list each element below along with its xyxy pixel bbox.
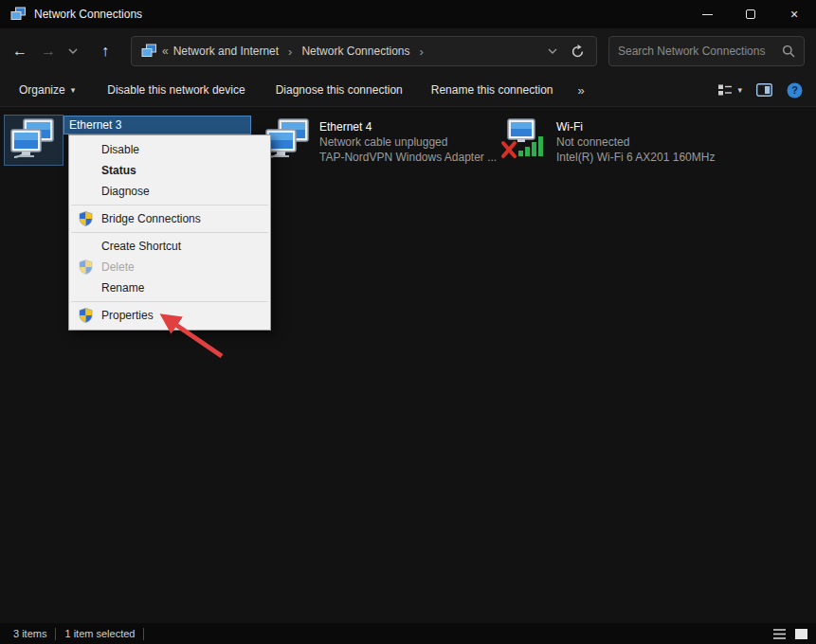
preview-pane-button[interactable]: [756, 83, 772, 97]
uac-shield-icon: [69, 211, 101, 226]
menu-item-create-shortcut[interactable]: Create Shortcut: [69, 236, 270, 257]
help-icon: ?: [787, 82, 803, 98]
connection-device: TAP-NordVPN Windows Adapter ...: [319, 150, 497, 165]
details-view-icon: [772, 628, 787, 640]
breadcrumb-network-and-internet[interactable]: Network and Internet: [170, 45, 282, 58]
diagnose-connection-button[interactable]: Diagnose this connection: [276, 83, 403, 97]
breadcrumb-network-connections[interactable]: Network Connections: [298, 45, 413, 58]
forward-button[interactable]: →: [34, 37, 63, 65]
organize-button[interactable]: Organize ▾: [19, 83, 75, 97]
rename-connection-button[interactable]: Rename this connection: [431, 83, 553, 97]
address-bar[interactable]: « Network and Internet › Network Connect…: [131, 36, 597, 66]
breadcrumb-collapse[interactable]: «: [162, 45, 170, 58]
location-icon: [141, 44, 156, 59]
breadcrumb-chevron-icon[interactable]: ›: [282, 45, 298, 59]
network-adapter-icon: [9, 118, 58, 160]
maximize-icon: [746, 9, 755, 19]
view-mode-icon: [717, 83, 733, 97]
menu-item-delete: Delete: [69, 257, 270, 277]
large-icons-view-button[interactable]: [794, 628, 808, 640]
connection-status: Not connected: [556, 134, 715, 150]
search-input[interactable]: [618, 45, 782, 58]
context-menu: Disable Status Diagnose: [68, 134, 271, 331]
menu-separator: [71, 232, 268, 233]
back-button[interactable]: ←: [6, 37, 34, 65]
menu-separator: [71, 205, 268, 206]
status-divider: [55, 628, 56, 640]
uac-shield-icon: [69, 259, 101, 275]
organize-label: Organize: [19, 83, 65, 97]
disable-device-button[interactable]: Disable this network device: [107, 83, 245, 97]
selection-count: 1 item selected: [64, 628, 135, 639]
connection-ethernet3[interactable]: [9, 118, 58, 160]
up-button[interactable]: ↑: [91, 37, 119, 65]
recent-locations-dropdown[interactable]: [63, 37, 83, 65]
help-button[interactable]: ?: [787, 82, 803, 98]
menu-item-disable[interactable]: Disable: [69, 139, 270, 160]
refresh-icon: [571, 45, 585, 59]
close-icon: ×: [790, 8, 798, 21]
wifi-disconnected-icon: [500, 118, 550, 165]
window-title: Network Connections: [34, 8, 142, 21]
toolbar-overflow-button[interactable]: »: [577, 83, 584, 98]
connection-ethernet3-label[interactable]: Ethernet 3: [63, 116, 251, 134]
chevron-down-icon: [548, 48, 557, 54]
connections-list: Ethernet 3 Ethernet 4 Network: [0, 107, 816, 623]
connection-name: Ethernet 3: [64, 117, 121, 133]
menu-item-diagnose[interactable]: Diagnose: [69, 181, 270, 202]
uac-shield-icon: [69, 308, 101, 323]
menu-item-properties[interactable]: Properties: [69, 305, 270, 326]
chevron-down-icon: ▾: [737, 85, 742, 95]
caption-buttons: ×: [685, 0, 816, 28]
svg-text:?: ?: [791, 84, 798, 96]
menu-item-bridge-connections[interactable]: Bridge Connections: [69, 208, 270, 229]
search-icon[interactable]: [782, 45, 795, 58]
toolbar-right-group: ▾ ?: [717, 82, 803, 98]
status-divider: [143, 628, 144, 640]
menu-separator: [71, 301, 268, 302]
connection-name: Ethernet 4: [319, 119, 497, 134]
preview-pane-icon: [756, 83, 772, 97]
connection-name: Wi-Fi: [556, 119, 715, 134]
menu-item-status[interactable]: Status: [69, 160, 270, 181]
app-icon: [10, 7, 26, 22]
connection-status: Network cable unplugged: [319, 134, 497, 150]
breadcrumb-chevron-icon[interactable]: ›: [414, 45, 429, 59]
title-bar: Network Connections ×: [0, 0, 816, 28]
refresh-button[interactable]: [564, 45, 590, 59]
search-box[interactable]: [608, 36, 805, 66]
network-connections-window: Network Connections × ← → ↑ « Network an…: [0, 0, 816, 644]
maximize-button[interactable]: [729, 0, 772, 28]
connection-device: Intel(R) Wi-Fi 6 AX201 160MHz: [556, 150, 715, 165]
command-toolbar: Organize ▾ Disable this network device D…: [0, 74, 816, 107]
details-view-button[interactable]: [772, 628, 787, 640]
connection-wifi[interactable]: Wi-Fi Not connected Intel(R) Wi-Fi 6 AX2…: [500, 118, 715, 165]
change-view-button[interactable]: ▾: [717, 83, 742, 97]
large-icons-view-icon: [794, 628, 808, 640]
chevron-down-icon: ▾: [71, 85, 76, 95]
connection-ethernet4[interactable]: Ethernet 4 Network cable unplugged TAP-N…: [263, 118, 497, 165]
statusbar-view-buttons: [772, 628, 808, 640]
minimize-icon: [702, 14, 713, 15]
address-dropdown-button[interactable]: [541, 48, 564, 54]
menu-item-rename[interactable]: Rename: [69, 277, 270, 298]
close-button[interactable]: ×: [772, 0, 816, 28]
navigation-bar: ← → ↑ « Network and Internet › Network C…: [0, 28, 816, 74]
item-count: 3 items: [13, 628, 46, 639]
chevron-down-icon: [68, 48, 78, 54]
status-bar: 3 items 1 item selected: [0, 623, 816, 644]
minimize-button[interactable]: [685, 0, 729, 28]
